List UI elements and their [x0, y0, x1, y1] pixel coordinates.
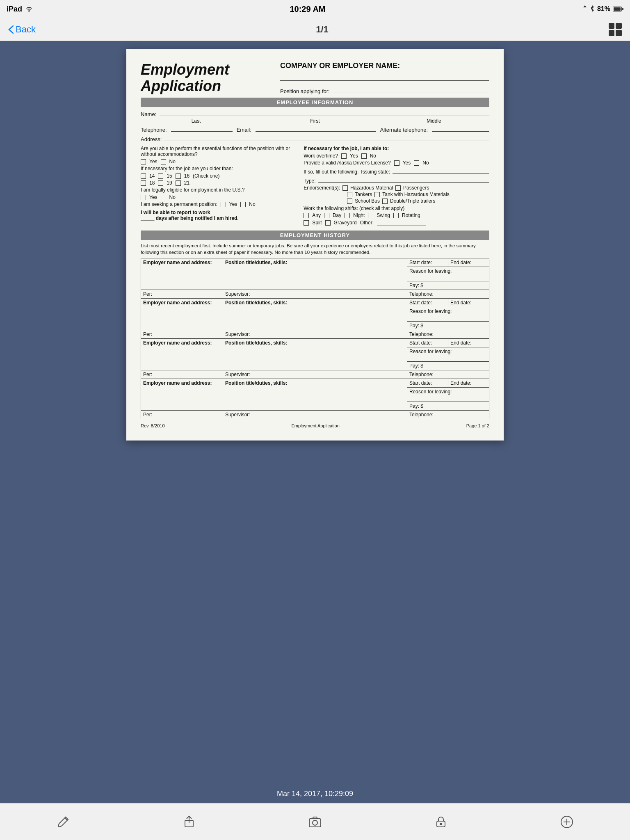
left-column: Are you able to perform the essential fu…: [141, 146, 295, 227]
issuing-state-line: [393, 167, 489, 173]
rotating-checkbox[interactable]: [393, 213, 399, 218]
main-content: EmploymentApplication COMPANY OR EMPLOYE…: [0, 41, 630, 785]
eligibility-no-checkbox[interactable]: [161, 195, 166, 200]
page-num: Page 1 of 2: [466, 423, 489, 428]
table-row-3: Employer name and address: Position titl…: [141, 339, 489, 347]
status-bar: iPad 10:29 AM 81%: [0, 0, 630, 18]
ability-no-checkbox[interactable]: [161, 159, 166, 164]
double-triple-checkbox[interactable]: [382, 199, 388, 204]
document: EmploymentApplication COMPANY OR EMPLOYE…: [126, 49, 504, 441]
back-button[interactable]: Back: [8, 24, 36, 35]
svg-point-2: [313, 820, 317, 825]
age-row-1: 14 15 16 (Check one): [141, 173, 295, 179]
age-19-checkbox[interactable]: [158, 180, 163, 186]
back-label: Back: [16, 24, 36, 35]
eligibility-question: I am legally eligible for employment in …: [141, 187, 295, 193]
first-label: First: [260, 118, 370, 124]
camera-button[interactable]: [305, 812, 325, 832]
per-1-cell: Per:: [141, 290, 223, 299]
position-line: Position applying for:: [280, 86, 489, 94]
reason-header-2: Reason for leaving:: [409, 308, 452, 314]
end-date-2-cell: End date:: [448, 299, 489, 307]
supervisor-2-cell: Supervisor:: [223, 330, 407, 339]
position-header-1: Position title/duties, skills:: [225, 260, 287, 265]
supervisor-label-3: Supervisor:: [225, 372, 250, 377]
endorsements-row: Endorsement(s): Hazardous Material Passe…: [304, 185, 489, 191]
nav-bar: Back 1/1: [0, 18, 630, 41]
pay-label-2: Pay:: [409, 323, 419, 329]
age-21-checkbox[interactable]: [176, 180, 181, 186]
position-label: Position applying for:: [280, 88, 330, 94]
per-label-2: Per:: [143, 331, 152, 337]
license-yes-checkbox[interactable]: [394, 160, 399, 166]
eligibility-yes-checkbox[interactable]: [141, 195, 146, 200]
pay-1-cell: Pay: $: [407, 281, 489, 290]
age-18-checkbox[interactable]: [141, 180, 146, 186]
permanent-no-checkbox[interactable]: [240, 202, 246, 207]
school-bus-checkbox[interactable]: [347, 199, 352, 204]
employment-history-header: EMPLOYMENT HISTORY: [141, 231, 489, 240]
table-row-1d: Per: Supervisor: Telephone:: [141, 290, 489, 299]
share-button[interactable]: [179, 812, 199, 832]
header-right: COMPANY OR EMPLOYER NAME: Position apply…: [272, 62, 489, 94]
age-16-checkbox[interactable]: [176, 173, 181, 179]
time-display: 10:29 AM: [290, 5, 325, 14]
app-title: EmploymentApplication: [141, 62, 272, 94]
tankers-checkbox[interactable]: [347, 192, 352, 197]
lock-button[interactable]: [431, 812, 451, 832]
reason-4-cell: Reason for leaving:: [407, 388, 489, 402]
phone-email-row: Telephone: Email: Alternate telephone:: [141, 125, 489, 133]
add-button[interactable]: [557, 812, 577, 832]
employer-header-4: Employer name and address:: [143, 380, 212, 386]
type-row: Type:: [304, 176, 489, 184]
day-checkbox[interactable]: [324, 213, 329, 218]
address-row: Address:: [141, 135, 489, 142]
permanent-yes-checkbox[interactable]: [221, 202, 226, 207]
tankers-row: Tankers Tank with Hazardous Materials: [304, 192, 489, 197]
reason-header-3: Reason for leaving:: [409, 349, 452, 354]
telephone-4-cell: Telephone:: [407, 411, 489, 419]
shifts-row-1: Any Day Night Swing Rotating: [304, 212, 489, 218]
table-row-2: Employer name and address: Position titl…: [141, 299, 489, 307]
issuing-state-label: Issuing state:: [361, 169, 390, 175]
license-row: Provide a valid Alaska Driver's License?…: [304, 160, 489, 166]
edit-button[interactable]: [53, 812, 73, 832]
age-14-checkbox[interactable]: [141, 173, 146, 179]
pay-symbol-2: $: [420, 323, 423, 329]
employer-1-cell: Employer name and address:: [141, 258, 223, 290]
split-checkbox[interactable]: [304, 220, 309, 226]
tank-haz-checkbox[interactable]: [374, 192, 380, 197]
overtime-row: Work overtime? Yes No: [304, 153, 489, 159]
end-date-1-cell: End date:: [448, 258, 489, 267]
night-checkbox[interactable]: [345, 213, 350, 218]
employer-2-cell: Employer name and address:: [141, 299, 223, 330]
position-header-3: Position title/duties, skills:: [225, 340, 287, 346]
telephone-line: [171, 125, 233, 132]
shifts-label: Work the following shifts: (check all th…: [304, 205, 489, 211]
rev-label: Rev. 8/2010: [141, 423, 165, 428]
table-row-4d: Per: Supervisor: Telephone:: [141, 411, 489, 419]
table-row-2d: Per: Supervisor: Telephone:: [141, 330, 489, 339]
any-checkbox[interactable]: [304, 213, 309, 218]
ability-yes-checkbox[interactable]: [141, 159, 146, 164]
position-3-cell: Position title/duties, skills:: [223, 339, 407, 370]
hazmat-checkbox[interactable]: [342, 185, 348, 191]
graveyard-checkbox[interactable]: [325, 220, 331, 226]
grid-view-button[interactable]: [609, 23, 622, 36]
end-date-header-3: End date:: [450, 340, 471, 346]
swing-checkbox[interactable]: [368, 213, 373, 218]
right-column: If necessary for the job, I am able to: …: [304, 146, 489, 227]
issuing-state-row: If so, fill out the following: Issuing s…: [304, 167, 489, 175]
overtime-no-checkbox[interactable]: [361, 153, 367, 159]
per-label-4: Per:: [143, 412, 152, 418]
telephone-label-4: Telephone:: [409, 412, 434, 418]
license-no-checkbox[interactable]: [414, 160, 419, 166]
end-date-3-cell: End date:: [448, 339, 489, 347]
age-15-checkbox[interactable]: [158, 173, 163, 179]
overtime-yes-checkbox[interactable]: [341, 153, 347, 159]
per-label-1: Per:: [143, 291, 152, 297]
position-header-4: Position title/duties, skills:: [225, 380, 287, 386]
start-date-header-4: Start date:: [409, 380, 432, 386]
per-2-cell: Per:: [141, 330, 223, 339]
passengers-checkbox[interactable]: [395, 185, 401, 191]
